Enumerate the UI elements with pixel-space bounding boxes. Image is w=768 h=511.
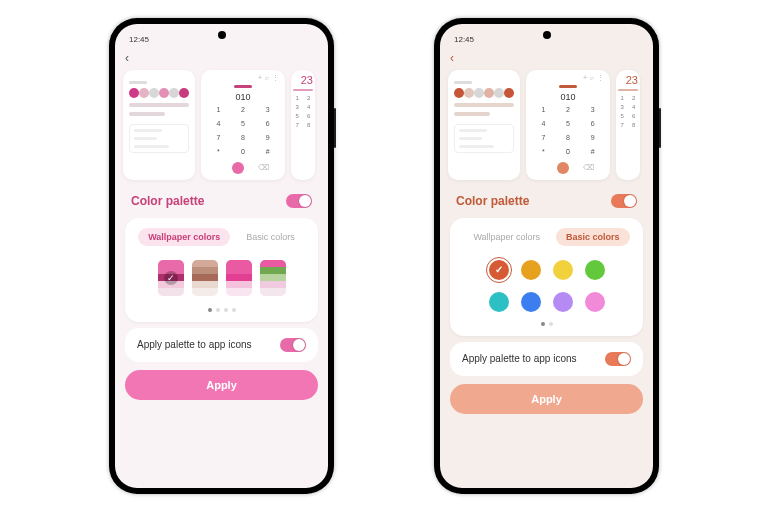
phone-right: 12:45 ‹ +⌕⋮ <box>434 18 659 494</box>
preview-calculator[interactable]: 23 12345678 <box>291 70 315 180</box>
palette-card: Wallpaper colors Basic colors ✓ <box>450 218 643 336</box>
swatch-4[interactable] <box>260 260 286 296</box>
sliver-number: 23 <box>618 74 638 86</box>
wallpaper-swatches: ✓ <box>135 256 308 304</box>
status-time: 12:45 <box>454 35 474 44</box>
screen-left: 12:45 ‹ +⌕⋮ <box>115 24 328 488</box>
apply-icons-toggle[interactable] <box>280 338 306 352</box>
palette-tabs: Wallpaper colors Basic colors <box>460 226 633 256</box>
theme-previews: +⌕⋮ 010 123456789*0# ⌫ 23 12345678 <box>440 66 653 184</box>
section-title: Color palette <box>131 194 204 208</box>
nav-row: ‹ <box>440 46 653 66</box>
palette-card: Wallpaper colors Basic colors ✓ <box>125 218 318 322</box>
palette-toggle[interactable] <box>286 194 312 208</box>
preview-icons <box>129 88 189 98</box>
sliver-number: 23 <box>293 74 313 86</box>
swatch-3[interactable] <box>226 260 252 296</box>
preview-quicksettings[interactable] <box>123 70 195 180</box>
camera-cutout <box>218 31 226 39</box>
color-circle-7[interactable] <box>553 292 573 312</box>
check-icon: ✓ <box>489 260 509 280</box>
dialer-display: 010 <box>532 92 604 102</box>
apply-icons-row: Apply palette to app icons <box>125 328 318 362</box>
dial-pad: 123456789*0# <box>207 105 279 160</box>
nav-row: ‹ <box>115 46 328 66</box>
apply-button[interactable]: Apply <box>125 370 318 400</box>
tab-wallpaper-colors[interactable]: Wallpaper colors <box>463 228 550 246</box>
swatch-2[interactable] <box>192 260 218 296</box>
call-button-icon <box>232 162 244 174</box>
color-circle-4[interactable] <box>585 260 605 280</box>
apply-icons-label: Apply palette to app icons <box>462 353 577 364</box>
back-icon[interactable]: ‹ <box>450 51 454 65</box>
page-dots <box>135 304 308 312</box>
power-button <box>659 108 661 148</box>
phone-left: 12:45 ‹ +⌕⋮ <box>109 18 334 494</box>
color-circle-3[interactable] <box>553 260 573 280</box>
tab-wallpaper-colors[interactable]: Wallpaper colors <box>138 228 230 246</box>
basic-color-circles: ✓ <box>460 256 633 318</box>
palette-tabs: Wallpaper colors Basic colors <box>135 226 308 256</box>
backspace-icon: ⌫ <box>583 163 594 172</box>
theme-previews: +⌕⋮ 010 123456789*0# ⌫ 23 12345678 <box>115 66 328 184</box>
color-palette-row: Color palette <box>115 184 328 214</box>
backspace-icon: ⌫ <box>258 163 269 172</box>
preview-quicksettings[interactable] <box>448 70 520 180</box>
tab-basic-colors[interactable]: Basic colors <box>236 228 305 246</box>
apply-icons-row: Apply palette to app icons <box>450 342 643 376</box>
power-button <box>334 108 336 148</box>
palette-toggle[interactable] <box>611 194 637 208</box>
preview-dialer[interactable]: +⌕⋮ 010 123456789*0# ⌫ <box>526 70 610 180</box>
back-icon[interactable]: ‹ <box>125 51 129 65</box>
color-circle-5[interactable] <box>489 292 509 312</box>
section-title: Color palette <box>456 194 529 208</box>
color-circle-8[interactable] <box>585 292 605 312</box>
color-circle-6[interactable] <box>521 292 541 312</box>
dial-pad: 123456789*0# <box>532 105 604 160</box>
dialer-display: 010 <box>207 92 279 102</box>
status-time: 12:45 <box>129 35 149 44</box>
screen-right: 12:45 ‹ +⌕⋮ <box>440 24 653 488</box>
page-dots <box>460 318 633 326</box>
preview-dialer[interactable]: +⌕⋮ 010 123456789*0# ⌫ <box>201 70 285 180</box>
swatch-1[interactable]: ✓ <box>158 260 184 296</box>
apply-icons-label: Apply palette to app icons <box>137 339 252 350</box>
color-circle-1[interactable]: ✓ <box>489 260 509 280</box>
tab-basic-colors[interactable]: Basic colors <box>556 228 630 246</box>
check-icon: ✓ <box>164 271 178 285</box>
call-button-icon <box>557 162 569 174</box>
preview-calculator[interactable]: 23 12345678 <box>616 70 640 180</box>
apply-icons-toggle[interactable] <box>605 352 631 366</box>
apply-button[interactable]: Apply <box>450 384 643 414</box>
color-palette-row: Color palette <box>440 184 653 214</box>
camera-cutout <box>543 31 551 39</box>
preview-icons <box>454 88 514 98</box>
color-circle-2[interactable] <box>521 260 541 280</box>
